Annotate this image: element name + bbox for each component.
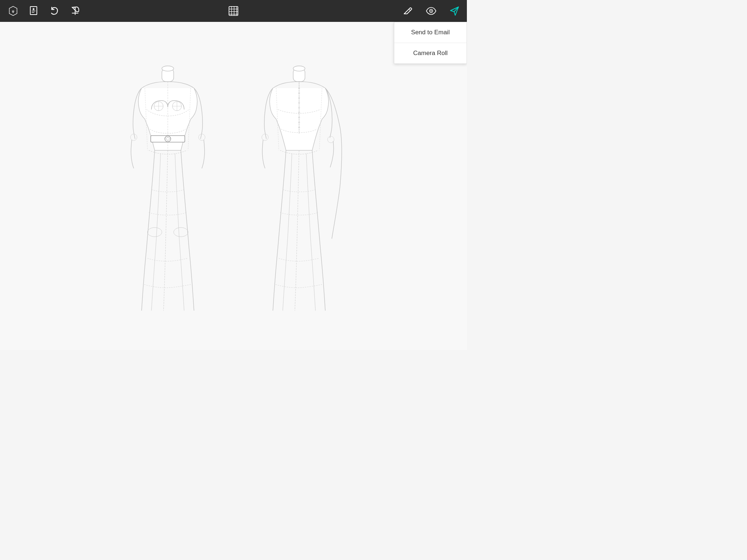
svg-text:ψ: ψ <box>12 9 14 13</box>
svg-point-38 <box>293 66 305 71</box>
toolbar-center <box>158 4 309 18</box>
figures-container <box>117 62 350 317</box>
send-to-email-button[interactable]: Send to Email <box>394 22 467 43</box>
toolbar-left: ψ <box>6 4 158 18</box>
edit-icon[interactable] <box>401 4 414 18</box>
svg-point-49 <box>262 134 268 140</box>
storyboard-icon[interactable] <box>227 4 240 18</box>
toolbar-right <box>309 4 461 18</box>
svg-point-32 <box>147 228 162 237</box>
send-icon[interactable] <box>448 4 461 18</box>
redo-icon[interactable] <box>69 4 82 18</box>
new-icon[interactable] <box>28 4 41 18</box>
logo-icon[interactable]: ψ <box>6 4 20 18</box>
back-figure <box>248 62 350 317</box>
svg-line-17 <box>409 9 410 11</box>
dropdown-menu: Send to Email Camera Roll <box>394 22 467 64</box>
canvas <box>0 22 467 350</box>
undo-icon[interactable] <box>48 4 61 18</box>
svg-point-34 <box>131 134 137 140</box>
svg-rect-2 <box>30 7 37 15</box>
camera-roll-button[interactable]: Camera Roll <box>394 43 467 63</box>
toolbar: ψ <box>0 0 467 22</box>
svg-point-35 <box>198 134 205 140</box>
svg-point-22 <box>162 66 174 71</box>
preview-icon[interactable] <box>425 4 438 18</box>
svg-point-19 <box>430 10 432 12</box>
front-figure <box>117 62 219 317</box>
svg-point-33 <box>174 228 188 237</box>
